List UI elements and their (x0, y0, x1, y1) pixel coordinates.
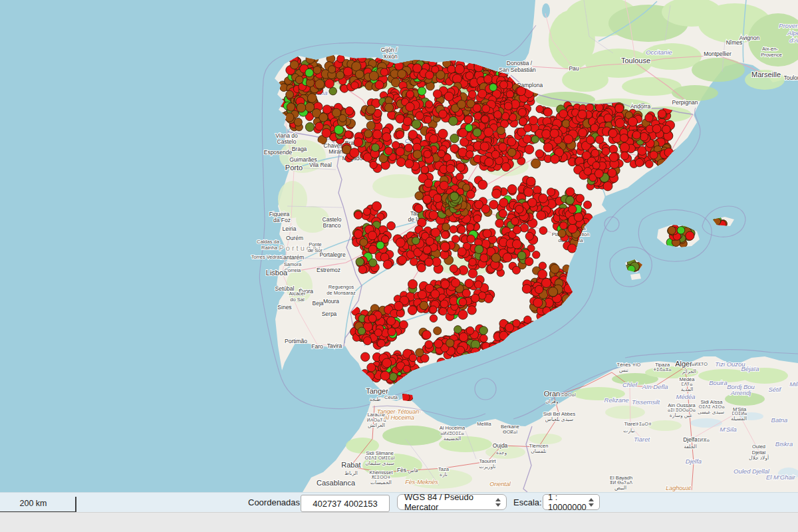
map-point[interactable] (285, 113, 294, 122)
map-point[interactable] (535, 150, 543, 158)
map-point[interactable] (366, 105, 376, 114)
map-point[interactable] (449, 116, 458, 126)
map-point[interactable] (469, 258, 477, 266)
map-point[interactable] (518, 108, 526, 116)
map-point[interactable] (457, 163, 466, 172)
map-point[interactable] (319, 113, 328, 122)
map-point[interactable] (595, 170, 603, 178)
map-point[interactable] (415, 192, 424, 200)
map-point[interactable] (481, 116, 489, 123)
map-point[interactable] (533, 298, 543, 307)
map-point[interactable] (466, 327, 474, 334)
map-point[interactable] (408, 279, 418, 289)
map-point[interactable] (574, 213, 583, 221)
map-point[interactable] (508, 148, 517, 157)
map-point[interactable] (412, 237, 420, 245)
map-point[interactable] (405, 160, 414, 168)
map-point[interactable] (550, 129, 559, 138)
map-point[interactable] (297, 103, 306, 112)
map-point[interactable] (454, 326, 462, 334)
map-point[interactable] (677, 227, 685, 235)
map-point[interactable] (662, 125, 670, 133)
map-point[interactable] (480, 254, 488, 262)
scale-select[interactable]: 1 : 10000000 (543, 494, 600, 510)
map-point[interactable] (559, 110, 568, 118)
map-point[interactable] (513, 225, 521, 233)
map-point[interactable] (325, 79, 334, 88)
map-point[interactable] (403, 117, 412, 126)
map-point[interactable] (406, 90, 414, 98)
map-point[interactable] (387, 317, 396, 325)
map-point[interactable] (433, 90, 442, 98)
map-point[interactable] (595, 136, 603, 144)
map-point[interactable] (438, 129, 448, 138)
map-point[interactable] (382, 358, 392, 368)
map-point[interactable] (305, 122, 314, 131)
map-point[interactable] (416, 348, 424, 356)
map-point[interactable] (504, 102, 512, 110)
map-point[interactable] (377, 339, 385, 347)
map-point[interactable] (499, 143, 507, 152)
map-point[interactable] (485, 158, 493, 166)
map-point[interactable] (423, 246, 431, 254)
map-point[interactable] (609, 153, 618, 162)
map-point[interactable] (396, 148, 404, 156)
map-point[interactable] (537, 211, 546, 220)
map-point[interactable] (497, 126, 505, 134)
map-point[interactable] (586, 104, 594, 112)
map-point[interactable] (543, 143, 553, 152)
map-point[interactable] (645, 114, 653, 122)
map-point[interactable] (425, 340, 433, 348)
map-point[interactable] (455, 65, 464, 74)
map-point[interactable] (380, 371, 390, 380)
map-point[interactable] (287, 103, 295, 111)
map-point[interactable] (533, 186, 541, 194)
map-point[interactable] (398, 70, 406, 78)
map-point[interactable] (471, 294, 479, 303)
map-point[interactable] (524, 188, 533, 197)
map-point[interactable] (360, 239, 368, 247)
map-point[interactable] (364, 130, 372, 138)
map-point[interactable] (507, 138, 516, 146)
map-point[interactable] (608, 169, 616, 178)
map-point[interactable] (587, 136, 595, 144)
map-point[interactable] (396, 238, 405, 247)
map-point[interactable] (433, 194, 442, 203)
map-point[interactable] (462, 289, 470, 297)
map-point[interactable] (576, 194, 584, 202)
crs-select[interactable]: WGS 84 / Pseudo Mercator (397, 494, 507, 510)
map-point[interactable] (313, 66, 321, 74)
map-point[interactable] (467, 190, 475, 199)
map-point[interactable] (422, 331, 431, 339)
map-point[interactable] (652, 124, 661, 133)
map-point[interactable] (413, 150, 422, 159)
map-point[interactable] (450, 265, 458, 273)
map-point[interactable] (369, 259, 377, 267)
map-point[interactable] (438, 150, 445, 158)
map-point[interactable] (337, 55, 344, 63)
map-point[interactable] (430, 306, 437, 313)
map-point[interactable] (531, 136, 539, 143)
map-point[interactable] (539, 227, 547, 235)
map-point[interactable] (542, 130, 551, 138)
map-point[interactable] (457, 346, 465, 354)
map-point[interactable] (442, 231, 450, 239)
map-point[interactable] (473, 104, 481, 112)
map-point[interactable] (499, 209, 507, 217)
map-point[interactable] (632, 131, 640, 139)
map-point[interactable] (480, 142, 489, 151)
map-point[interactable] (620, 134, 628, 142)
map-point[interactable] (366, 121, 375, 130)
map-point[interactable] (615, 104, 624, 112)
map-point[interactable] (450, 225, 458, 233)
map-point[interactable] (458, 247, 466, 256)
map-point[interactable] (635, 158, 643, 166)
map-point[interactable] (423, 195, 432, 203)
map-point[interactable] (468, 269, 477, 278)
map-point[interactable] (473, 128, 481, 137)
map-point[interactable] (345, 107, 353, 115)
map-point[interactable] (363, 208, 370, 215)
map-point[interactable] (584, 168, 592, 176)
map-point[interactable] (520, 224, 528, 232)
map-point[interactable] (459, 332, 467, 341)
